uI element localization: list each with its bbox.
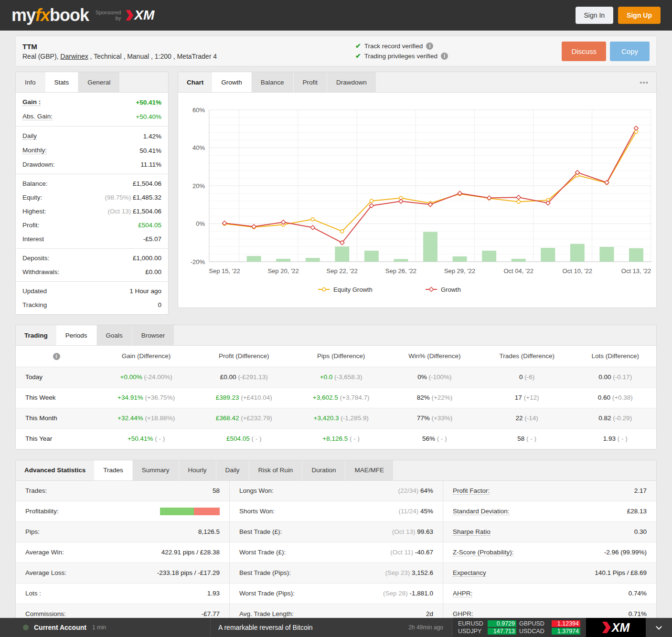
stat-value: 1 Hour ago <box>129 287 161 295</box>
myfxbook-logo[interactable]: myfxbook <box>11 5 89 25</box>
advanced-tab-daily[interactable]: Daily <box>216 460 249 480</box>
info-icon[interactable]: i <box>441 53 448 60</box>
stat-label[interactable]: Gain : <box>22 98 41 106</box>
chart-tab-growth[interactable]: Growth <box>212 72 251 92</box>
stat-label: Balance: <box>22 180 48 187</box>
advanced-tab-mae-mfe[interactable]: MAE/MFE <box>345 460 393 480</box>
periods-tab-periods[interactable]: Periods <box>56 325 96 345</box>
table-cell: +3,602.5 (+3,784.7) <box>292 387 390 408</box>
stat-row-tracking: Tracking0 <box>16 298 168 312</box>
adv-label[interactable]: Sharpe Ratio <box>453 528 491 536</box>
adv-label: Longs Won: <box>239 487 274 494</box>
growth-chart-svg: 60%40%20%0%-20%Sep 15, '22Sep 20, '22Sep… <box>178 96 656 304</box>
legend-growth[interactable]: Growth <box>441 286 461 293</box>
quote-symbol-usdjpy[interactable]: USDJPY <box>458 628 485 635</box>
info-icon[interactable]: i <box>426 42 433 50</box>
advanced-tab-summary[interactable]: Summary <box>133 460 179 480</box>
cell-value: 0 <box>519 373 523 381</box>
advanced-tab-hourly[interactable]: Hourly <box>179 460 216 480</box>
table-cell: £0.00 (-£291.13) <box>195 367 292 387</box>
news-headline[interactable]: A remarkable reversal of Bitcoin <box>218 624 313 631</box>
account-header: TTM Real (GBP), Darwinex , Technical , M… <box>15 36 657 66</box>
legend-equity-growth[interactable]: Equity Growth <box>333 286 373 293</box>
adv-row-z-score-probability: Z-Score (Probability):-2.96 (99.99%) <box>443 542 656 563</box>
advanced-tab-trades[interactable]: Trades <box>94 460 132 480</box>
stat-label: Deposits: <box>22 255 49 262</box>
cell-value: +32.44% <box>117 414 143 422</box>
table-cell: 22 (-14) <box>480 408 575 428</box>
stat-row-daily: Daily1.42% <box>16 129 168 143</box>
stat-label[interactable]: Monthly: <box>22 147 47 154</box>
quote-price-gbpusd[interactable]: 1.12394 <box>552 620 580 627</box>
stat-value-muted: (Oct 13) <box>107 208 133 215</box>
svg-text:Sep 15, '22: Sep 15, '22 <box>209 267 240 275</box>
cell-value: +8,126.5 <box>322 435 348 442</box>
cell-diff: ( - ) <box>524 435 536 442</box>
quote-price-usdcad[interactable]: 1.37974 <box>552 628 580 635</box>
stat-label[interactable]: Abs. Gain: <box>22 113 53 120</box>
info-icon[interactable]: i <box>53 353 60 360</box>
stats-tab-info[interactable]: Info <box>16 72 45 92</box>
xm-banner[interactable]: XM <box>586 618 646 637</box>
adv-label[interactable]: Z-Score (Probability): <box>453 549 514 556</box>
status-time: 1 min <box>92 624 106 631</box>
quote-symbol-gbpusd[interactable]: GBPUSD <box>519 620 549 627</box>
adv-label[interactable]: Standard Deviation: <box>453 508 510 515</box>
growth-chart: 60%40%20%0%-20%Sep 15, '22Sep 20, '22Sep… <box>178 93 656 304</box>
chevron-down-icon[interactable] <box>646 618 672 637</box>
adv-label: Worst Trade (£): <box>239 549 286 556</box>
chart-menu-icon[interactable]: ••• <box>632 72 656 92</box>
advanced-tab-duration[interactable]: Duration <box>302 460 345 480</box>
row-label: This Month <box>16 408 97 428</box>
sign-up-button[interactable]: Sign Up <box>618 7 661 24</box>
xm-arrow-icon <box>602 622 611 633</box>
quote-price-eurusd[interactable]: 0.9729 <box>488 620 516 627</box>
trading-privileges-verified-label: Trading privileges verified <box>364 51 437 61</box>
stats-tab-general[interactable]: General <box>78 72 119 92</box>
row-label: Today <box>16 367 97 387</box>
table-cell: 0.00 (-0.17) <box>574 367 656 387</box>
periods-tab-browser[interactable]: Browser <box>132 325 174 345</box>
stat-group: Updated1 Hour agoTracking0 <box>16 282 168 314</box>
chart-tab-drawdown[interactable]: Drawdown <box>327 72 376 92</box>
cell-diff: (+£410.04) <box>239 394 272 401</box>
column-header-lots-difference: Lots (Difference) <box>574 346 656 367</box>
adv-label[interactable]: Expectancy <box>453 569 486 577</box>
stats-tabbar: InfoStatsGeneral <box>16 72 168 93</box>
cell-diff: (-0.29) <box>611 414 632 422</box>
account-subtitle: Real (GBP), Darwinex , Technical , Manua… <box>22 53 217 60</box>
adv-label[interactable]: Profit Factor: <box>453 487 490 495</box>
stat-label: Drawdown: <box>22 161 55 168</box>
stat-label: Profit: <box>22 222 39 229</box>
stat-value: 1.42% <box>143 133 161 140</box>
account-status-dot-icon <box>23 625 29 630</box>
chart-tab-balance[interactable]: Balance <box>252 72 293 92</box>
stat-row-deposits: Deposits:£1,000.00 <box>16 251 168 265</box>
stats-tab-stats[interactable]: Stats <box>45 72 78 92</box>
stat-value: +50.41% <box>136 99 161 106</box>
quote-symbol-eurusd[interactable]: EURUSD <box>458 620 485 627</box>
broker-link[interactable]: Darwinex <box>60 53 88 60</box>
cell-value: 82% <box>417 394 430 401</box>
periods-tab-goals[interactable]: Goals <box>97 325 132 345</box>
adv-label: Worst Trade (Pips): <box>239 590 295 597</box>
sign-in-button[interactable]: Sign In <box>576 7 614 24</box>
adv-label[interactable]: AHPR: <box>453 590 472 597</box>
quote-symbol-usdcad[interactable]: USDCAD <box>519 628 549 635</box>
chart-tab-profit[interactable]: Profit <box>294 72 327 92</box>
xm-logo[interactable]: XM <box>126 8 154 23</box>
cell-value: 0.00 <box>598 373 611 381</box>
stat-label: Withdrawals: <box>22 268 59 276</box>
advanced-stats-column-2: Longs Won:(22/34) 64%Shorts Won:(11/24) … <box>229 481 443 625</box>
quote-price-usdjpy[interactable]: 147.713 <box>488 628 516 635</box>
advanced-tab-risk-of-ruin[interactable]: Risk of Ruin <box>249 460 302 480</box>
current-account-label[interactable]: Current Account <box>34 624 86 631</box>
adv-label[interactable]: GHPR: <box>453 610 473 618</box>
stat-label[interactable]: Daily <box>22 132 37 140</box>
table-cell: 17 (+12) <box>480 387 575 408</box>
copy-button[interactable]: Copy <box>610 42 650 61</box>
adv-label: Average Loss: <box>25 569 66 576</box>
stats-panel: InfoStatsGeneral Gain :+50.41%Abs. Gain:… <box>15 72 169 315</box>
discuss-button[interactable]: Discuss <box>562 42 606 61</box>
stat-row-profit: Profit:£504.05 <box>16 218 168 232</box>
